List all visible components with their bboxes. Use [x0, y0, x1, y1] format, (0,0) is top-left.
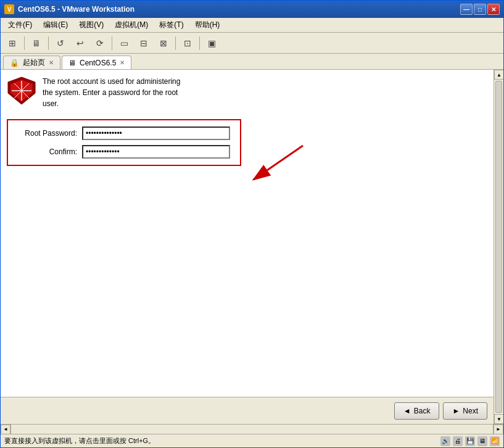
status-text: 要直接接入到该虚拟机，请点击里面或按 Ctrl+G。	[4, 436, 155, 446]
password-form: Root Password: Confirm:	[7, 119, 241, 166]
vertical-scrollbar[interactable]: ▲ ▼	[494, 70, 503, 424]
menu-file[interactable]: 文件(F)	[3, 19, 37, 31]
status-icon-3: 💾	[465, 436, 475, 446]
menu-bar: 文件(F) 编辑(E) 视图(V) 虚拟机(M) 标签(T) 帮助(H)	[1, 18, 503, 33]
centos-shield-icon	[7, 76, 36, 106]
status-bar: 要直接接入到该虚拟机，请点击里面或按 Ctrl+G。 🔊 🖨 💾 🖥 📶	[1, 434, 503, 447]
app-icon: V	[4, 4, 14, 14]
status-icon-4: 🖥	[477, 436, 487, 446]
tab-bar: 🔒 起始页 ✕ 🖥 CentOS6.5 ✕	[1, 54, 503, 70]
toolbar: ⊞ 🖥 ↺ ↩ ⟳ ▭ ⊟ ⊠ ⊡ ▣	[1, 33, 503, 54]
back-label: Back	[414, 407, 431, 415]
title-bar: V CentOS6.5 - VMware Workstation — □ ✕	[1, 1, 503, 18]
menu-view[interactable]: 视图(V)	[74, 19, 109, 31]
back-icon: ◄	[403, 407, 411, 415]
menu-help[interactable]: 帮助(H)	[190, 19, 225, 31]
menu-edit[interactable]: 编辑(E)	[38, 19, 73, 31]
status-icon-5: 📶	[490, 436, 500, 446]
toolbar-sep-1	[24, 36, 25, 50]
toolbar-unity-btn[interactable]: ⊟	[134, 35, 153, 51]
window-controls: — □ ✕	[460, 4, 500, 15]
next-icon: ►	[452, 407, 460, 415]
installer-description: The root account is used for administeri…	[43, 76, 180, 109]
h-scroll-track	[10, 425, 494, 434]
scroll-up-button[interactable]: ▲	[494, 70, 503, 80]
tab-home-icon: 🔒	[10, 59, 19, 67]
toolbar-power-btn[interactable]: ↺	[51, 35, 70, 51]
tab-centos-close[interactable]: ✕	[120, 59, 125, 66]
menu-tabs[interactable]: 标签(T)	[154, 19, 188, 31]
toolbar-snap-btn[interactable]: ⊠	[154, 35, 173, 51]
menu-vm[interactable]: 虚拟机(M)	[110, 19, 153, 31]
confirm-password-row: Confirm:	[15, 145, 233, 159]
scroll-right-button[interactable]: ►	[494, 425, 503, 434]
main-window: V CentOS6.5 - VMware Workstation — □ ✕ 文…	[0, 0, 504, 448]
window-title: CentOS6.5 - VMware Workstation	[18, 5, 460, 14]
close-button[interactable]: ✕	[487, 4, 500, 15]
toolbar-clone-btn[interactable]: ⊡	[178, 35, 197, 51]
root-password-input[interactable]	[82, 127, 230, 140]
toolbar-home-btn[interactable]: ⊞	[3, 35, 22, 51]
svg-line-7	[254, 146, 303, 180]
scroll-down-button[interactable]: ▼	[494, 414, 503, 424]
next-label: Next	[463, 407, 478, 415]
horizontal-scrollbar[interactable]: ◄ ►	[1, 424, 503, 434]
tab-home-close[interactable]: ✕	[49, 59, 54, 66]
status-icon-2: 🖨	[453, 436, 463, 446]
toolbar-sep-5	[199, 36, 200, 50]
toolbar-suspend-btn[interactable]: ↩	[71, 35, 89, 51]
bottom-nav-bar: ◄ Back ► Next	[1, 397, 494, 424]
status-icon-1: 🔊	[440, 436, 450, 446]
next-button[interactable]: ► Next	[443, 402, 487, 420]
minimize-button[interactable]: —	[460, 4, 473, 15]
installer-header: The root account is used for administeri…	[7, 76, 487, 109]
toolbar-reset-btn[interactable]: ⟳	[91, 35, 109, 51]
toolbar-sep-2	[48, 36, 49, 50]
tab-centos[interactable]: 🖥 CentOS6.5 ✕	[62, 56, 131, 69]
tab-centos-label: CentOS6.5	[80, 59, 116, 67]
status-icons: 🔊 🖨 💾 🖥 📶	[440, 436, 500, 446]
confirm-password-input[interactable]	[82, 145, 230, 159]
root-password-label: Root Password:	[15, 129, 77, 138]
toolbar-vm-btn[interactable]: 🖥	[27, 35, 46, 51]
tab-home[interactable]: 🔒 起始页 ✕	[3, 56, 60, 69]
scroll-left-button[interactable]: ◄	[1, 425, 10, 434]
maximize-button[interactable]: □	[474, 4, 486, 15]
toolbar-sep-4	[175, 36, 176, 50]
tab-home-label: 起始页	[23, 57, 45, 68]
main-content: The root account is used for administeri…	[1, 70, 494, 424]
scroll-thumb[interactable]	[495, 81, 502, 413]
confirm-label: Confirm:	[15, 147, 77, 156]
toolbar-fullscreen-btn[interactable]: ▭	[115, 35, 133, 51]
toolbar-settings-btn[interactable]: ▣	[202, 35, 221, 51]
back-button[interactable]: ◄ Back	[394, 402, 440, 420]
red-arrow-icon	[241, 143, 315, 192]
tab-centos-icon: 🖥	[68, 59, 76, 67]
content-area: The root account is used for administeri…	[1, 70, 503, 424]
toolbar-sep-3	[112, 36, 112, 50]
root-password-row: Root Password:	[15, 127, 233, 140]
